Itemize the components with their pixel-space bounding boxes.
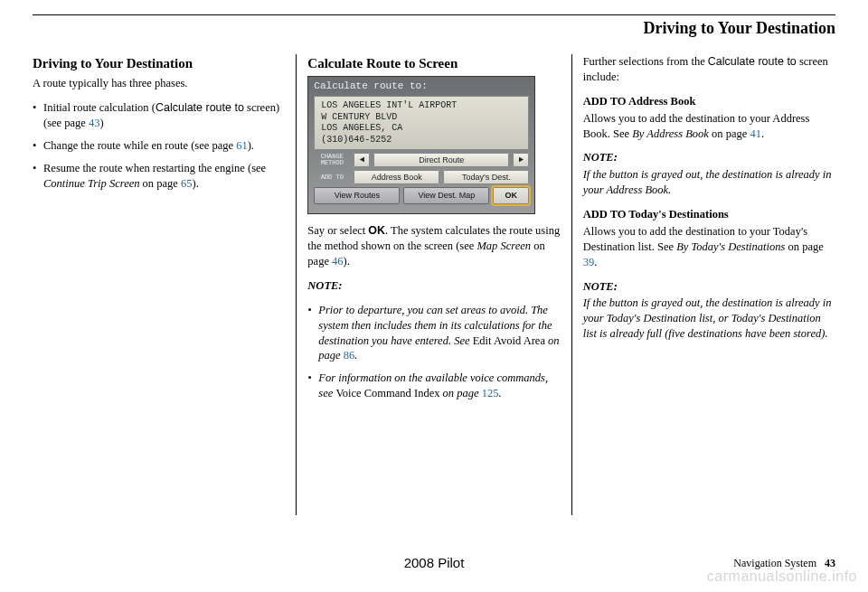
text: Voice Command Index [335, 387, 439, 399]
ss-todays-dest-btn[interactable]: Today's Dest. [443, 170, 529, 184]
col3-h2: ADD TO Today's Destinations [583, 207, 835, 222]
emphasis: By Address Book [632, 127, 709, 140]
ss-addto-label: ADD TO [314, 174, 350, 181]
text: Say or select [307, 224, 368, 237]
manual-page: Driving to Your Destination Driving to Y… [0, 0, 868, 515]
ui-term: Calculate route to [708, 55, 797, 68]
column-3: Further selections from the Calculate ro… [572, 54, 835, 515]
text: on page [709, 127, 750, 140]
column-1: Driving to Your Destination A route typi… [33, 54, 296, 515]
col3-p2: Allows you to add the destination to you… [583, 224, 835, 270]
list-item: Initial route calculation (Calculate rou… [33, 100, 285, 131]
ss-view-routes-btn[interactable]: View Routes [314, 187, 400, 203]
text: ) [99, 117, 103, 129]
ss-address-block: LOS ANGELES INT'L AIRPORT W CENTURY BLVD… [314, 96, 529, 150]
page-header: Driving to Your Destination [33, 19, 835, 38]
text: Change the route while en route (see pag… [43, 139, 236, 152]
text: Initial route calculation ( [43, 101, 156, 114]
emphasis: By Today's Destinations [676, 240, 785, 253]
note-heading: NOTE: [583, 150, 835, 165]
list-item: For information on the available voice c… [307, 371, 560, 401]
ss-ok-btn[interactable]: OK [493, 187, 529, 203]
ss-address-book-btn[interactable]: Address Book [354, 170, 439, 184]
ss-addr-line: W CENTURY BLVD [321, 112, 522, 124]
page-link[interactable]: 43 [89, 117, 100, 129]
text: on page [139, 177, 180, 190]
ss-addr-line: (310)646-5252 [321, 135, 522, 146]
columns: Driving to Your Destination A route typi… [33, 54, 835, 515]
top-rule [33, 14, 835, 15]
ui-term: OK [368, 224, 385, 237]
page-link[interactable]: 65 [181, 177, 193, 190]
list-item: Prior to departure, you can set areas to… [307, 303, 560, 364]
emphasis: Continue Trip Screen [43, 177, 139, 190]
text: . [594, 256, 597, 268]
emphasis: Map Screen [476, 240, 531, 252]
ss-direct-route[interactable]: Direct Route [373, 153, 509, 167]
ss-title: Calculate route to: [308, 77, 534, 96]
arrow-right-icon[interactable]: ► [513, 153, 529, 167]
list-item: Change the route while en route (see pag… [33, 138, 285, 154]
footer-page-number: 43 [825, 557, 835, 569]
ss-addto-row: ADD TO Address Book Today's Dest. [308, 167, 534, 184]
page-link[interactable]: 46 [332, 255, 344, 268]
footer-section: Navigation System [733, 557, 816, 569]
page-link[interactable]: 39 [583, 256, 595, 268]
ss-change-label: CHANGE METHOD [314, 154, 350, 166]
text: ). [248, 139, 254, 152]
ss-addr-line: LOS ANGELES INT'L AIRPORT [321, 100, 522, 112]
page-link[interactable]: 41 [750, 127, 761, 140]
col1-heading: Driving to Your Destination [33, 54, 285, 72]
ss-view-dest-map-btn[interactable]: View Dest. Map [403, 187, 489, 203]
ss-change-method-row: CHANGE METHOD ◄ Direct Route ► [308, 150, 534, 167]
nav-screenshot: Calculate route to: LOS ANGELES INT'L AI… [307, 76, 535, 214]
col2-para1: Say or select OK. The system calculates … [307, 223, 560, 269]
col1-list: Initial route calculation (Calculate rou… [33, 100, 285, 191]
note-heading: NOTE: [583, 279, 835, 295]
text: Further selections from the [583, 55, 708, 68]
note-heading: NOTE: [307, 278, 560, 294]
text: on page [439, 387, 481, 399]
ss-bottom-row: View Routes View Dest. Map OK [308, 184, 534, 206]
page-link[interactable]: 86 [344, 349, 355, 362]
col3-h1: ADD TO Address Book [583, 94, 835, 109]
arrow-left-icon[interactable]: ◄ [354, 153, 370, 167]
col2-note-list: Prior to departure, you can set areas to… [307, 303, 560, 401]
ui-term: Calculate route to [156, 101, 244, 114]
col3-note2: If the button is grayed out, the destina… [583, 296, 835, 342]
text: ). [192, 177, 198, 190]
col3-p1: Allows you to add the destination to you… [583, 111, 835, 142]
ss-addr-line: LOS ANGELES, CA [321, 123, 522, 135]
text: on page [785, 240, 823, 253]
text: Resume the route when restarting the eng… [43, 162, 266, 174]
page-link[interactable]: 125 [482, 387, 499, 399]
text: . [498, 387, 501, 399]
text: ). [344, 255, 350, 268]
text: . [354, 349, 357, 362]
text: Edit Avoid Area [473, 334, 545, 347]
page-link[interactable]: 61 [236, 139, 248, 152]
text: . [761, 127, 764, 140]
list-item: Resume the route when restarting the eng… [33, 161, 285, 192]
column-2: Calculate Route to Screen Calculate rout… [296, 54, 571, 515]
col3-intro: Further selections from the Calculate ro… [583, 54, 835, 85]
col1-intro: A route typically has three phases. [33, 76, 285, 91]
col3-note1: If the button is grayed out, the destina… [583, 167, 835, 198]
watermark: carmanualsonline.info [707, 569, 857, 585]
col2-heading: Calculate Route to Screen [307, 54, 560, 72]
